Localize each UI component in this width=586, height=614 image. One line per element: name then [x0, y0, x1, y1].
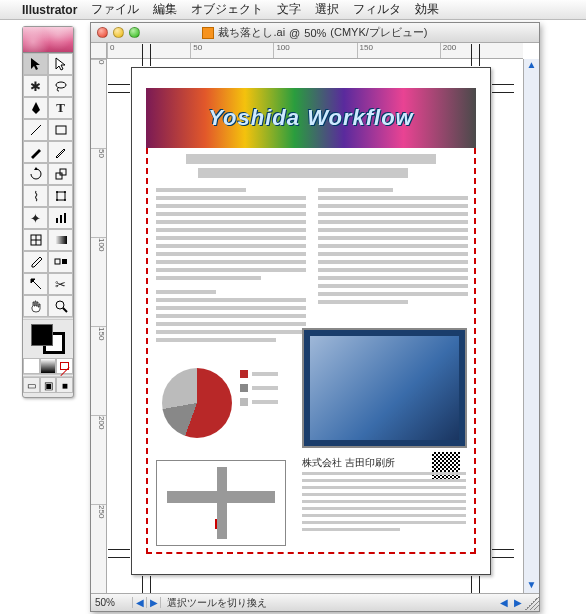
magic-wand-tool[interactable]: ✱: [23, 75, 48, 97]
crop-mark: [471, 576, 472, 593]
scroll-down-icon[interactable]: ▼: [527, 579, 537, 593]
resize-grip-icon[interactable]: [525, 596, 539, 610]
pen-tool[interactable]: [23, 97, 48, 119]
hand-tool[interactable]: [23, 295, 48, 317]
body-column-right: [318, 188, 468, 304]
crop-mark: [492, 84, 514, 85]
mesh-tool[interactable]: [23, 229, 48, 251]
svg-rect-17: [55, 259, 60, 264]
mac-menubar: Illustrator ファイル 編集 オブジェクト 文字 選択 フィルタ 効果: [0, 0, 586, 20]
direct-selection-tool[interactable]: [48, 53, 73, 75]
scroll-up-icon[interactable]: ▲: [527, 59, 537, 73]
zoom-field[interactable]: 50%: [91, 597, 133, 608]
document-zoom-title: 50%: [304, 27, 326, 39]
scissors-tool[interactable]: ✂: [48, 273, 73, 295]
slice-tool[interactable]: [23, 273, 48, 295]
ruler-origin[interactable]: [91, 43, 107, 59]
pencil-tool[interactable]: [48, 141, 73, 163]
pie-chart: [162, 358, 272, 448]
ruler-vertical[interactable]: 050100150200250: [91, 59, 107, 593]
menu-filter[interactable]: フィルタ: [353, 1, 401, 18]
eyedropper-tool[interactable]: [23, 251, 48, 273]
crop-mark: [479, 576, 480, 593]
hscroll-right-icon[interactable]: ▶: [511, 597, 525, 608]
map-diagram: [156, 460, 286, 546]
canvas[interactable]: Yoshida Workflow: [107, 59, 523, 593]
svg-line-20: [63, 308, 67, 312]
fill-stroke-swatch[interactable]: [23, 320, 73, 358]
warp-tool[interactable]: ⌇: [23, 185, 48, 207]
color-mode-none[interactable]: [56, 358, 73, 374]
menu-edit[interactable]: 編集: [153, 1, 177, 18]
footer-text: [302, 472, 466, 531]
screen-mode-standard[interactable]: ▭: [23, 377, 40, 393]
window-titlebar[interactable]: 裁ち落とし.ai @ 50% (CMYK/プレビュー): [91, 23, 539, 43]
menu-type[interactable]: 文字: [277, 1, 301, 18]
color-mode-gradient[interactable]: [40, 358, 57, 374]
svg-rect-3: [56, 173, 62, 179]
free-transform-tool[interactable]: [48, 185, 73, 207]
document-title: 裁ち落とし.ai @ 50% (CMYK/プレビュー): [91, 25, 539, 40]
menu-file[interactable]: ファイル: [91, 1, 139, 18]
hero-title: Yoshida Workflow: [208, 105, 413, 131]
ruler-horizontal[interactable]: 050100150200: [107, 43, 523, 59]
crop-mark: [150, 576, 151, 593]
svg-rect-2: [56, 126, 66, 134]
zoom-tool[interactable]: [48, 295, 73, 317]
crop-mark: [471, 44, 472, 66]
type-tool[interactable]: T: [48, 97, 73, 119]
svg-point-6: [56, 191, 58, 193]
scale-tool[interactable]: [48, 163, 73, 185]
fill-swatch[interactable]: [31, 324, 53, 346]
svg-point-8: [56, 199, 58, 201]
tool-palette[interactable]: ✱ T ⌇ ✦ ✂ ▭ ▣ ■: [22, 26, 74, 398]
crop-mark: [150, 44, 151, 66]
crop-mark: [108, 549, 130, 550]
svg-point-19: [56, 301, 64, 309]
scroll-left-icon[interactable]: ◀: [133, 597, 147, 608]
legend-label: [252, 386, 278, 390]
line-tool[interactable]: [23, 119, 48, 141]
svg-rect-4: [60, 169, 66, 175]
crop-mark: [479, 44, 480, 66]
menu-select[interactable]: 選択: [315, 1, 339, 18]
tool-palette-header[interactable]: [23, 27, 73, 53]
screen-mode-full-menubar[interactable]: ▣: [40, 377, 57, 393]
placeholder-headline: [186, 154, 436, 164]
crop-mark: [142, 44, 143, 66]
status-message: 選択ツールを切り換え: [161, 596, 497, 610]
selection-tool[interactable]: [23, 53, 48, 75]
svg-point-0: [56, 82, 66, 88]
scroll-right-icon[interactable]: ▶: [147, 597, 161, 608]
symbol-sprayer-tool[interactable]: ✦: [23, 207, 48, 229]
crop-mark: [142, 576, 143, 593]
crop-mark: [108, 557, 130, 558]
paintbrush-tool[interactable]: [23, 141, 48, 163]
menu-effect[interactable]: 効果: [415, 1, 439, 18]
app-name[interactable]: Illustrator: [22, 3, 77, 17]
legend-swatch: [240, 384, 248, 392]
crop-mark: [108, 92, 130, 93]
ai-file-icon: [202, 27, 214, 39]
graph-tool[interactable]: [48, 207, 73, 229]
company-name: 株式会社 吉田印刷所: [302, 456, 395, 470]
hscroll-left-icon[interactable]: ◀: [497, 597, 511, 608]
rectangle-tool[interactable]: [48, 119, 73, 141]
placeholder-subhead: [198, 168, 408, 178]
lasso-tool[interactable]: [48, 75, 73, 97]
rotate-tool[interactable]: [23, 163, 48, 185]
blend-tool[interactable]: [48, 251, 73, 273]
pie-legend: [240, 370, 278, 406]
vertical-scrollbar[interactable]: ▲ ▼: [523, 59, 539, 593]
screen-mode-full[interactable]: ■: [56, 377, 73, 393]
color-mode-solid[interactable]: [23, 358, 40, 374]
svg-rect-5: [57, 192, 65, 200]
map-marker-icon: [215, 519, 225, 529]
svg-rect-12: [64, 213, 66, 223]
crop-mark: [108, 84, 130, 85]
gradient-tool[interactable]: [48, 229, 73, 251]
svg-line-1: [31, 125, 41, 135]
menu-object[interactable]: オブジェクト: [191, 1, 263, 18]
crop-mark: [492, 92, 514, 93]
svg-rect-11: [60, 215, 62, 223]
